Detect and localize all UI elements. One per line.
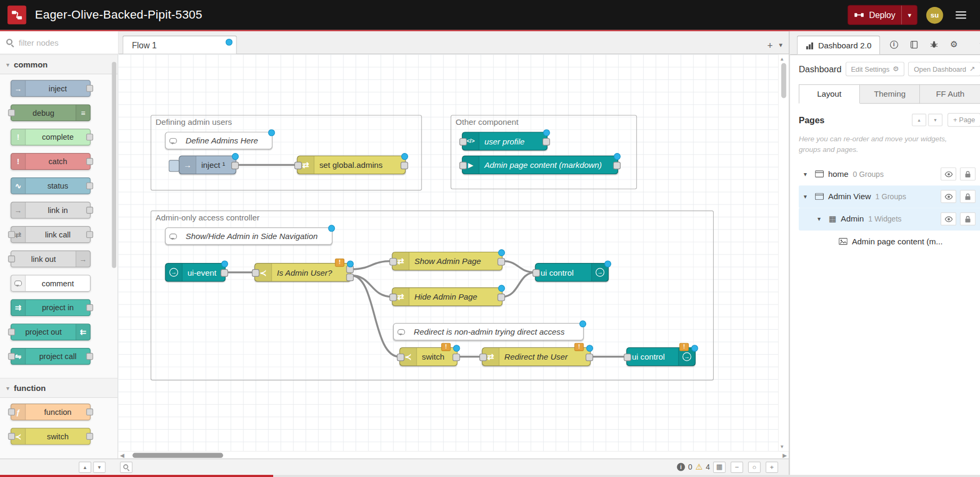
palette-node-link-in[interactable]: →link in bbox=[11, 202, 91, 219]
output-port[interactable] bbox=[497, 294, 505, 301]
vertical-scroll-thumb[interactable] bbox=[781, 63, 786, 98]
output-port[interactable] bbox=[401, 162, 408, 169]
tab-theming[interactable]: Theming bbox=[860, 84, 920, 104]
node-set-global-admins[interactable]: ⇄ set global.admins bbox=[297, 156, 406, 174]
input-port[interactable] bbox=[533, 269, 540, 277]
node-user-profile[interactable]: </> user profile bbox=[462, 132, 547, 151]
node-ui-control-1[interactable]: → ui control bbox=[535, 263, 609, 282]
debug-icon[interactable] bbox=[929, 39, 939, 49]
flow-canvas[interactable]: Defining admin users Other component Adm… bbox=[118, 55, 778, 452]
output-port[interactable] bbox=[221, 269, 228, 277]
deploy-options-caret-icon[interactable]: ▾ bbox=[902, 11, 917, 19]
node-ui-event[interactable]: → ui-event bbox=[165, 263, 225, 282]
output-port[interactable] bbox=[452, 354, 460, 361]
palette-node-switch[interactable]: ≺switch bbox=[11, 428, 91, 445]
palette-node-function[interactable]: ƒfunction bbox=[11, 404, 91, 421]
palette-node-comment[interactable]: comment bbox=[11, 275, 91, 292]
palette-node-project-call[interactable]: ⇋project call bbox=[11, 348, 91, 365]
output-port[interactable] bbox=[613, 162, 621, 169]
palette-node-debug[interactable]: ≡debug bbox=[11, 105, 91, 122]
widget-row-admin-page-content[interactable]: Admin page content (m... bbox=[799, 230, 980, 252]
zoom-reset-button[interactable]: ○ bbox=[748, 462, 761, 473]
node-ui-control-2[interactable]: → ui control ! bbox=[626, 347, 696, 366]
chevron-down-icon[interactable]: ▾ bbox=[804, 171, 810, 177]
lock-toggle[interactable] bbox=[960, 167, 976, 181]
tab-dashboard-2[interactable]: Dashboard 2.0 bbox=[797, 36, 880, 54]
output-port[interactable] bbox=[586, 354, 593, 361]
input-port[interactable] bbox=[459, 162, 467, 169]
palette-category-common[interactable]: ▾common bbox=[0, 55, 117, 75]
pages-expand-button[interactable]: ▾ bbox=[928, 114, 942, 126]
zoom-out-button[interactable]: − bbox=[731, 462, 744, 473]
chevron-down-icon[interactable]: ▾ bbox=[804, 193, 810, 200]
page-row-admin-view[interactable]: ▾ Admin View 1 Groups bbox=[799, 185, 980, 208]
canvas-horizontal-scrollbar[interactable]: ◀ ▶ bbox=[118, 452, 789, 459]
input-port[interactable] bbox=[397, 354, 404, 361]
input-port[interactable] bbox=[390, 258, 397, 266]
output-port[interactable] bbox=[543, 138, 550, 146]
search-flows-button[interactable] bbox=[120, 462, 133, 473]
flow-list-caret-icon[interactable]: ▾ bbox=[779, 42, 783, 49]
tab-ff-auth[interactable]: FF Auth bbox=[920, 84, 980, 104]
footer-expand-button[interactable]: ▾ bbox=[93, 462, 106, 473]
output-port-2[interactable] bbox=[347, 274, 354, 282]
palette-node-status[interactable]: ∿status bbox=[11, 177, 91, 194]
input-port[interactable] bbox=[390, 294, 397, 301]
open-dashboard-button[interactable]: Open Dashboard ↗ bbox=[908, 62, 980, 76]
chevron-down-icon[interactable]: ▾ bbox=[817, 216, 824, 223]
node-comment-define-admins-here[interactable]: Define Admins Here bbox=[165, 132, 272, 150]
node-is-admin-user[interactable]: ≺ Is Admin User? ! bbox=[255, 263, 351, 282]
footer-collapse-button[interactable]: ▴ bbox=[79, 462, 91, 473]
zoom-in-button[interactable]: + bbox=[766, 462, 779, 473]
settings-gear-icon[interactable]: ⚙ bbox=[949, 39, 959, 49]
output-port[interactable] bbox=[231, 162, 239, 169]
group-row-admin[interactable]: ▾ ▦ Admin 1 Widgets bbox=[799, 208, 980, 230]
node-inject[interactable]: → inject ¹ bbox=[179, 156, 236, 174]
add-flow-button[interactable]: + bbox=[767, 41, 773, 50]
page-row-home[interactable]: ▾ home 0 Groups bbox=[799, 163, 980, 185]
palette-node-inject[interactable]: →inject bbox=[11, 80, 91, 97]
input-port[interactable] bbox=[479, 354, 487, 361]
scroll-up-icon[interactable]: ▴ bbox=[781, 56, 783, 62]
pages-collapse-button[interactable]: ▴ bbox=[912, 114, 926, 126]
input-port[interactable] bbox=[459, 138, 467, 146]
scroll-left-icon[interactable]: ◀ bbox=[118, 453, 126, 459]
inject-button[interactable] bbox=[169, 160, 180, 172]
tab-layout[interactable]: Layout bbox=[799, 84, 860, 104]
node-comment-redirect-non-admin[interactable]: Redirect is non-admin trying direct acce… bbox=[393, 323, 584, 340]
node-redirect-the-user[interactable]: ⇄ Redirect the User ! bbox=[482, 347, 591, 366]
palette-scrollbar[interactable] bbox=[112, 62, 116, 268]
node-admin-page-content[interactable]: ▶ Admin page content (markdown) bbox=[462, 156, 618, 174]
palette-category-function[interactable]: ▾function bbox=[0, 378, 117, 398]
palette-node-project-out[interactable]: ⇇project out bbox=[11, 324, 91, 341]
docs-icon[interactable] bbox=[909, 39, 919, 49]
visibility-toggle[interactable] bbox=[941, 167, 956, 181]
group-other-component[interactable]: Other component bbox=[451, 115, 637, 190]
input-port[interactable] bbox=[294, 162, 302, 169]
horizontal-scroll-track[interactable] bbox=[126, 452, 780, 459]
lock-toggle[interactable] bbox=[960, 212, 976, 226]
node-hide-admin-page[interactable]: ⇄ Hide Admin Page bbox=[392, 287, 502, 306]
navigator-button[interactable]: ▦ bbox=[713, 462, 726, 473]
main-menu-icon[interactable] bbox=[952, 8, 970, 21]
visibility-toggle[interactable] bbox=[941, 212, 956, 226]
input-port[interactable] bbox=[624, 354, 631, 361]
palette-node-catch[interactable]: !catch bbox=[11, 154, 91, 171]
deploy-button[interactable]: Deploy ▾ bbox=[848, 5, 917, 25]
canvas-vertical-scrollbar[interactable]: ▴ ▾ bbox=[778, 55, 789, 452]
palette-node-link-out[interactable]: →link out bbox=[11, 251, 91, 268]
output-port[interactable] bbox=[497, 258, 505, 266]
node-comment-show-hide-admin[interactable]: Show/Hide Admin in Side Navigation bbox=[165, 228, 332, 245]
visibility-toggle[interactable] bbox=[941, 190, 956, 203]
horizontal-scroll-thumb[interactable] bbox=[132, 453, 223, 458]
node-switch[interactable]: ≺ switch ! bbox=[399, 347, 457, 366]
group-defining-admin-users[interactable]: Defining admin users bbox=[150, 115, 421, 191]
node-show-admin-page[interactable]: ⇄ Show Admin Page bbox=[392, 252, 502, 270]
add-page-button[interactable]: + Page bbox=[948, 113, 980, 127]
palette-node-complete[interactable]: !complete bbox=[11, 129, 91, 146]
scroll-down-icon[interactable]: ▾ bbox=[781, 444, 783, 450]
input-port[interactable] bbox=[252, 269, 259, 277]
edit-settings-button[interactable]: Edit Settings ⚙ bbox=[846, 62, 905, 76]
info-icon[interactable]: i bbox=[889, 39, 899, 49]
user-avatar[interactable]: su bbox=[926, 6, 943, 23]
